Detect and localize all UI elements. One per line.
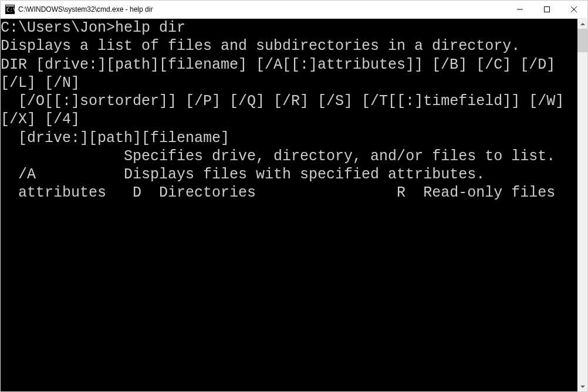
terminal-line: /A Displays files with specified attribu… (1, 165, 577, 184)
cmd-icon: C:\ (5, 5, 15, 14)
window-titlebar[interactable]: C:\ C:\WINDOWS\system32\cmd.exe - help d… (1, 1, 587, 19)
close-button[interactable] (560, 1, 587, 18)
window-controls (506, 1, 587, 18)
minimize-button[interactable] (506, 1, 533, 18)
scroll-up-arrow[interactable] (577, 19, 587, 29)
terminal-line: attributes D Directories R Read-only fil… (1, 184, 577, 202)
svg-rect-1 (6, 5, 14, 6)
svg-marker-7 (580, 23, 585, 25)
terminal-line: [/O[[:]sortorder]] [/P] [/Q] [/R] [/S] [… (1, 92, 577, 129)
scroll-down-arrow[interactable] (577, 381, 587, 391)
terminal-line: DIR [drive:][path][filename] [/A[[:]attr… (1, 56, 577, 93)
window-title: C:\WINDOWS\system32\cmd.exe - help dir (18, 5, 506, 13)
terminal-line: [drive:][path][filename] (1, 129, 577, 147)
terminal-output[interactable]: C:\Users\Jon>help dirDisplays a list of … (1, 19, 577, 391)
svg-text:C:\: C:\ (6, 7, 15, 13)
svg-rect-4 (545, 7, 550, 12)
terminal-line: Displays a list of files and subdirector… (1, 37, 577, 55)
vertical-scrollbar[interactable] (577, 19, 587, 391)
client-area: C:\Users\Jon>help dirDisplays a list of … (1, 19, 587, 391)
scroll-track[interactable] (577, 29, 587, 381)
terminal-line: Specifies drive, directory, and/or files… (1, 147, 577, 165)
terminal-line: C:\Users\Jon>help dir (1, 19, 577, 37)
scroll-thumb[interactable] (577, 29, 587, 52)
svg-marker-8 (580, 386, 585, 388)
maximize-button[interactable] (533, 1, 560, 18)
